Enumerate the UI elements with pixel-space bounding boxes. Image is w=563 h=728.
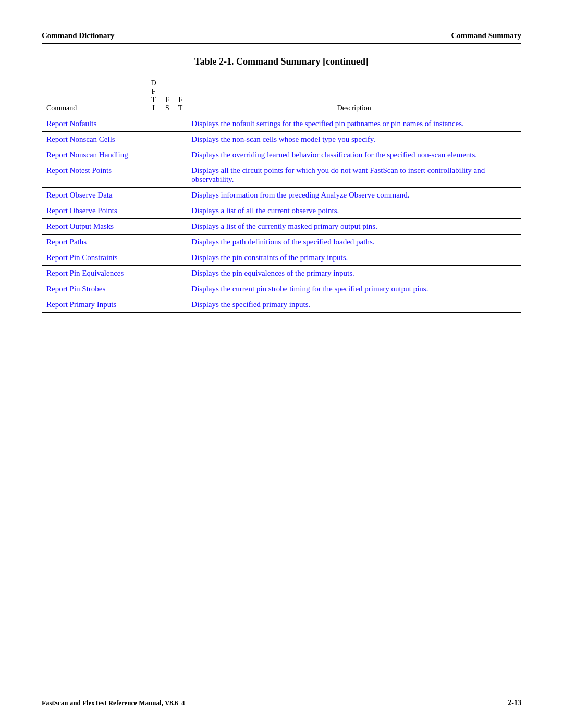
- dftis-cell: [146, 266, 161, 281]
- command-cell[interactable]: Report Nonscan Cells: [42, 132, 146, 147]
- description-cell: Displays the pin equivalences of the pri…: [187, 266, 521, 281]
- dftis-cell: [146, 297, 161, 313]
- table-row: Report Output MasksDisplays a list of th…: [42, 219, 521, 235]
- command-cell[interactable]: Report Output Masks: [42, 219, 146, 235]
- ft-cell: [174, 235, 187, 250]
- ft-cell: [174, 281, 187, 297]
- dftis-cell: [146, 203, 161, 219]
- dftis-cell: [146, 250, 161, 266]
- table-row: Report Nonscan CellsDisplays the non-sca…: [42, 132, 521, 147]
- description-cell: Displays the nofault settings for the sp…: [187, 116, 521, 132]
- table-header-row: Command DFTI FS FT Description: [42, 76, 521, 116]
- ft-cell: [174, 116, 187, 132]
- fs-cell: [161, 188, 174, 203]
- table-row: Report Pin ConstraintsDisplays the pin c…: [42, 250, 521, 266]
- dftis-cell: [146, 132, 161, 147]
- command-cell[interactable]: Report Pin Strobes: [42, 281, 146, 297]
- command-table: Command DFTI FS FT Description Report No…: [42, 76, 521, 313]
- fs-cell: [161, 250, 174, 266]
- table-row: Report Primary InputsDisplays the specif…: [42, 297, 521, 313]
- table-row: Report Nonscan HandlingDisplays the over…: [42, 147, 521, 163]
- fs-cell: [161, 281, 174, 297]
- fs-cell: [161, 147, 174, 163]
- description-cell: Displays the overriding learned behavior…: [187, 147, 521, 163]
- ft-cell: [174, 163, 187, 188]
- table-row: Report Pin EquivalencesDisplays the pin …: [42, 266, 521, 281]
- command-cell[interactable]: Report Pin Constraints: [42, 250, 146, 266]
- ft-cell: [174, 147, 187, 163]
- fs-cell: [161, 163, 174, 188]
- command-cell[interactable]: Report Observe Points: [42, 203, 146, 219]
- ft-cell: [174, 266, 187, 281]
- table-row: Report PathsDisplays the path definition…: [42, 235, 521, 250]
- dftis-cell: [146, 281, 161, 297]
- col-header-dftis: DFTI: [146, 76, 161, 116]
- table-title: Table 2-1. Command Summary [continued]: [42, 56, 521, 67]
- description-cell: Displays the specified primary inputs.: [187, 297, 521, 313]
- ft-cell: [174, 219, 187, 235]
- command-cell[interactable]: Report Paths: [42, 235, 146, 250]
- command-cell[interactable]: Report Pin Equivalences: [42, 266, 146, 281]
- description-cell: Displays the path definitions of the spe…: [187, 235, 521, 250]
- col-header-ft: FT: [174, 76, 187, 116]
- dftis-cell: [146, 188, 161, 203]
- table-row: Report Pin StrobesDisplays the current p…: [42, 281, 521, 297]
- page: Command Dictionary Command Summary Table…: [0, 0, 563, 728]
- fs-cell: [161, 297, 174, 313]
- fs-cell: [161, 203, 174, 219]
- description-cell: Displays a list of the currently masked …: [187, 219, 521, 235]
- fs-cell: [161, 116, 174, 132]
- command-cell[interactable]: Report Primary Inputs: [42, 297, 146, 313]
- fs-cell: [161, 235, 174, 250]
- description-cell: Displays all the circuit points for whic…: [187, 163, 521, 188]
- ft-cell: [174, 250, 187, 266]
- col-header-fs: FS: [161, 76, 174, 116]
- dftis-cell: [146, 235, 161, 250]
- ft-cell: [174, 203, 187, 219]
- dftis-cell: [146, 163, 161, 188]
- dftis-cell: [146, 219, 161, 235]
- table-row: Report Observe PointsDisplays a list of …: [42, 203, 521, 219]
- header-left: Command Dictionary: [42, 31, 115, 40]
- command-cell[interactable]: Report Nonscan Handling: [42, 147, 146, 163]
- footer-manual-name: FastScan and FlexTest Reference Manual, …: [42, 699, 185, 707]
- page-footer: FastScan and FlexTest Reference Manual, …: [42, 699, 521, 707]
- fs-cell: [161, 266, 174, 281]
- command-cell[interactable]: Report Notest Points: [42, 163, 146, 188]
- command-cell[interactable]: Report Observe Data: [42, 188, 146, 203]
- table-row: Report Observe DataDisplays information …: [42, 188, 521, 203]
- footer-page-number: 2-13: [508, 699, 521, 707]
- table-row: Report Notest PointsDisplays all the cir…: [42, 163, 521, 188]
- ft-cell: [174, 188, 187, 203]
- dftis-cell: [146, 116, 161, 132]
- fs-cell: [161, 219, 174, 235]
- ft-cell: [174, 132, 187, 147]
- ft-cell: [174, 297, 187, 313]
- table-row: Report NofaultsDisplays the nofault sett…: [42, 116, 521, 132]
- fs-cell: [161, 132, 174, 147]
- description-cell: Displays information from the preceding …: [187, 188, 521, 203]
- col-header-command: Command: [42, 76, 146, 116]
- description-cell: Displays a list of all the current obser…: [187, 203, 521, 219]
- description-cell: Displays the non-scan cells whose model …: [187, 132, 521, 147]
- description-cell: Displays the pin constraints of the prim…: [187, 250, 521, 266]
- header-right: Command Summary: [451, 31, 521, 40]
- description-cell: Displays the current pin strobe timing f…: [187, 281, 521, 297]
- page-header: Command Dictionary Command Summary: [42, 31, 521, 44]
- dftis-cell: [146, 147, 161, 163]
- col-header-description: Description: [187, 76, 521, 116]
- command-cell[interactable]: Report Nofaults: [42, 116, 146, 132]
